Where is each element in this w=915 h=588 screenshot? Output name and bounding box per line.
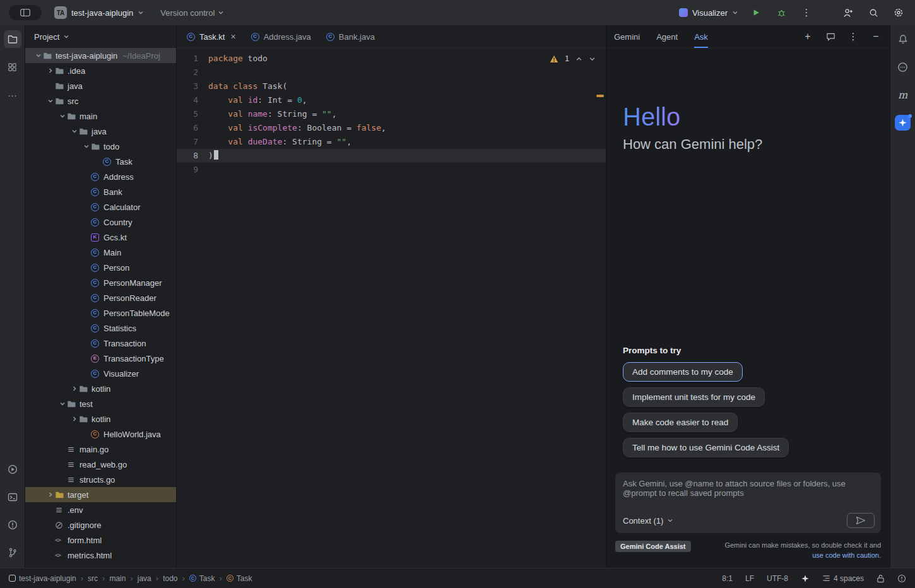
search-button[interactable] bbox=[866, 5, 881, 20]
context-selector[interactable]: Context (1) bbox=[623, 516, 673, 526]
tree-item-helloworld-java[interactable]: CHelloWorld.java bbox=[25, 426, 176, 442]
breadcrumb-task[interactable]: CTask bbox=[227, 574, 252, 583]
breadcrumb-todo[interactable]: todo bbox=[163, 574, 177, 583]
prompt-chip-implement-unit-tests-for-my-code[interactable]: Implement unit tests for my code bbox=[623, 387, 765, 407]
tree-item-read-web-go[interactable]: read_web.go bbox=[25, 457, 176, 472]
tree-item-main[interactable]: main bbox=[25, 109, 176, 124]
tree-item-person[interactable]: CPerson bbox=[25, 260, 176, 275]
tree-item-form-html[interactable]: <>form.html bbox=[25, 532, 176, 548]
gemini-tab-agent[interactable]: Agent bbox=[656, 25, 678, 48]
tree-item-src[interactable]: src bbox=[25, 93, 176, 109]
tree-item-target[interactable]: target bbox=[25, 487, 176, 502]
run-config-selector[interactable]: Visualizer bbox=[679, 8, 738, 18]
gemini-tab-gemini[interactable]: Gemini bbox=[614, 25, 640, 48]
prompt-chip-add-comments-to-my-code[interactable]: Add comments to my code bbox=[623, 362, 743, 382]
tree-item-java[interactable]: java bbox=[25, 78, 176, 93]
chevron-up-icon[interactable] bbox=[576, 56, 582, 62]
chevron-down-icon[interactable] bbox=[47, 98, 54, 104]
version-control-menu[interactable]: Version control bbox=[156, 6, 228, 20]
tree-item-gcs-kt[interactable]: KGcs.kt bbox=[25, 230, 176, 245]
chevron-right-icon[interactable] bbox=[71, 416, 78, 422]
tree-item-gitignore[interactable]: .gitignore bbox=[25, 517, 176, 532]
tree-item-java[interactable]: java bbox=[25, 124, 176, 139]
chevron-down-icon[interactable] bbox=[589, 56, 596, 62]
tree-item-metrics-html[interactable]: <>metrics.html bbox=[25, 548, 176, 563]
encoding-widget[interactable]: UTF-8 bbox=[767, 574, 788, 583]
prompt-chip-tell-me-how-to-use-gemini-code-assist[interactable]: Tell me how to use Gemini Code Assist bbox=[623, 438, 789, 457]
tree-item-transaction[interactable]: CTransaction bbox=[25, 336, 176, 351]
settings-button[interactable] bbox=[891, 5, 906, 20]
debug-button[interactable] bbox=[774, 5, 789, 20]
gemini-tab-ask[interactable]: Ask bbox=[694, 25, 708, 48]
editor-tab-address-java[interactable]: CAddress.java bbox=[244, 25, 319, 48]
inspection-widget[interactable]: 1 bbox=[550, 54, 596, 63]
ai-chat-button[interactable] bbox=[894, 58, 912, 76]
tree-item-kotlin[interactable]: kotlin bbox=[25, 411, 176, 426]
project-switcher[interactable]: TA test-java-aiplugin bbox=[50, 4, 148, 21]
tree-item-test[interactable]: test bbox=[25, 396, 176, 411]
tree-item-address[interactable]: CAddress bbox=[25, 169, 176, 184]
tree-item-main-go[interactable]: main.go bbox=[25, 442, 176, 457]
breadcrumb-java[interactable]: java bbox=[138, 574, 151, 583]
tool-version-control-button[interactable] bbox=[4, 544, 21, 562]
breadcrumb-task[interactable]: CTask bbox=[189, 574, 215, 583]
chevron-right-icon[interactable] bbox=[47, 68, 54, 74]
tree-item-statistics[interactable]: CStatistics bbox=[25, 320, 176, 336]
prompt-chip-make-code-easier-to-read[interactable]: Make code easier to read bbox=[623, 413, 738, 432]
readonly-widget[interactable] bbox=[877, 574, 885, 583]
tree-item-todo[interactable]: todo bbox=[25, 139, 176, 154]
code-editor[interactable]: 1package todo23data class Task(4 val id:… bbox=[177, 49, 606, 568]
tree-item-country[interactable]: CCountry bbox=[25, 215, 176, 230]
gemini-tool-button[interactable] bbox=[894, 114, 912, 131]
tree-item-kotlin[interactable]: kotlin bbox=[25, 381, 176, 396]
tree-item-visualizer[interactable]: CVisualizer bbox=[25, 366, 176, 381]
chat-history-button[interactable] bbox=[824, 30, 837, 43]
disclaimer-link[interactable]: use code with caution. bbox=[812, 551, 881, 559]
tree-item-task[interactable]: CTask bbox=[25, 154, 176, 169]
main-menu-button[interactable] bbox=[9, 5, 42, 20]
tree-item-transactiontype[interactable]: ETransactionType bbox=[25, 351, 176, 366]
more-actions-button[interactable]: ⋮ bbox=[799, 5, 814, 20]
chevron-down-icon[interactable] bbox=[59, 401, 66, 407]
tree-item-bank[interactable]: CBank bbox=[25, 184, 176, 199]
tool-structure-button[interactable] bbox=[4, 58, 21, 76]
breadcrumb-test-java-aiplugin[interactable]: test-java-aiplugin bbox=[9, 574, 76, 583]
chevron-down-icon[interactable] bbox=[63, 33, 69, 40]
mellum-button[interactable]: m bbox=[894, 86, 912, 103]
indent-widget[interactable]: 4 spaces bbox=[822, 574, 864, 583]
tool-more-button[interactable]: ··· bbox=[4, 86, 21, 103]
new-chat-button[interactable]: + bbox=[801, 30, 814, 43]
gemini-more-button[interactable]: ⋮ bbox=[847, 30, 859, 43]
tree-item-test-java-aiplugin[interactable]: test-java-aiplugin~/IdeaProj bbox=[25, 48, 176, 63]
breadcrumb-main[interactable]: main bbox=[109, 574, 126, 583]
tool-problems-button[interactable] bbox=[4, 516, 21, 534]
chevron-down-icon[interactable] bbox=[35, 52, 42, 59]
tree-item-personmanager[interactable]: CPersonManager bbox=[25, 275, 176, 290]
chevron-down-icon[interactable] bbox=[71, 128, 78, 134]
tree-item-env[interactable]: .env bbox=[25, 502, 176, 517]
tree-item-main[interactable]: CMain bbox=[25, 245, 176, 260]
tool-terminal-button[interactable] bbox=[4, 488, 21, 506]
chevron-down-icon[interactable] bbox=[83, 143, 90, 150]
tab-close-icon[interactable]: × bbox=[230, 32, 235, 42]
scrollbar-warning-marker[interactable] bbox=[596, 95, 604, 97]
breadcrumb-src[interactable]: src bbox=[88, 574, 98, 583]
tree-item-structs-go[interactable]: structs.go bbox=[25, 472, 176, 487]
tool-services-button[interactable] bbox=[4, 461, 21, 478]
run-button[interactable] bbox=[748, 5, 764, 20]
caret-position-widget[interactable]: 8:1 bbox=[722, 574, 733, 583]
chevron-down-icon[interactable] bbox=[59, 113, 66, 119]
invite-user-button[interactable] bbox=[841, 5, 856, 20]
tree-item-calculator[interactable]: CCalculator bbox=[25, 199, 176, 215]
send-button[interactable] bbox=[847, 513, 875, 528]
gemini-input[interactable] bbox=[615, 473, 881, 508]
chevron-right-icon[interactable] bbox=[71, 385, 78, 392]
hide-panel-button[interactable]: − bbox=[870, 30, 882, 43]
tree-item-idea[interactable]: .idea bbox=[25, 63, 176, 78]
tree-item-persontablemode[interactable]: CPersonTableMode bbox=[25, 305, 176, 320]
ai-status-widget[interactable] bbox=[801, 574, 810, 583]
tree-item-personreader[interactable]: CPersonReader bbox=[25, 290, 176, 305]
tool-project-button[interactable] bbox=[4, 30, 21, 48]
problems-widget[interactable] bbox=[897, 574, 906, 583]
line-separator-widget[interactable]: LF bbox=[745, 574, 754, 583]
